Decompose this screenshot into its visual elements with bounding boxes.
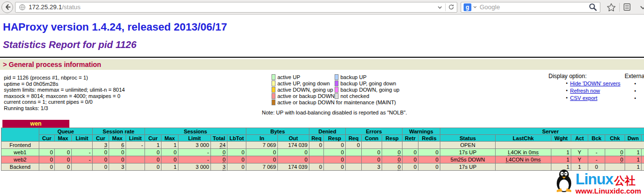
stat-cell: 0 (161, 149, 178, 156)
stat-cell (496, 142, 644, 149)
legend-label: active or backup DOWN for maintenance (M… (277, 99, 396, 105)
stat-cell (227, 142, 246, 149)
legend-item: backup UP (335, 74, 400, 80)
stat-cell: 0 (362, 156, 382, 163)
process-info-line: maxsock = 8014; maxconn = 4000; maxpipes… (4, 93, 125, 99)
column-header: Limit (126, 135, 145, 142)
legend-swatch (272, 87, 275, 93)
stat-cell (496, 163, 551, 171)
bookmark-star-icon[interactable] (607, 3, 616, 12)
stat-cell: 0 (109, 156, 126, 163)
page-title[interactable]: HAProxy version 1.4.24, released 2013/06… (3, 21, 227, 33)
urlbar-dropdown-chevron-icon[interactable] (437, 4, 443, 10)
stat-cell (126, 156, 145, 163)
column-header: LastChk (496, 135, 551, 142)
stat-cell: 0 (419, 163, 440, 171)
external-resources-list: • • • (634, 81, 636, 103)
stat-cell (382, 142, 402, 149)
stat-cell (642, 156, 644, 163)
urlbar-separator (445, 3, 446, 11)
stat-cell: 0 (382, 149, 402, 156)
stat-cell: 1 (625, 156, 642, 163)
display-option-link[interactable]: CSV export (570, 95, 597, 101)
stat-cell: 0 (309, 163, 324, 171)
legend-item: backup UP, going down (335, 80, 400, 86)
legend-swatch (335, 87, 338, 93)
stat-cell (346, 163, 362, 171)
stat-cell: 0 (246, 149, 278, 156)
divider (0, 57, 644, 58)
stat-cell: 0 (211, 149, 227, 156)
process-info-row: pid = 1126 (process #1, nbproc = 1)uptim… (0, 70, 644, 118)
stat-cell: 0 (93, 156, 109, 163)
display-option-item: •Refresh now (566, 87, 620, 94)
stat-cell: 0 (55, 149, 72, 156)
stat-cell: 0 (278, 156, 309, 163)
column-header: Conn (362, 135, 382, 142)
search-bar[interactable]: g (461, 2, 600, 13)
bullet: • (566, 81, 568, 86)
column-group-header: Sessions (145, 128, 246, 135)
stat-cell: 0 (324, 163, 346, 171)
stat-cell (309, 149, 324, 156)
stat-cell (126, 149, 145, 156)
search-icon[interactable] (589, 3, 597, 11)
menu-chevron-icon[interactable] (639, 3, 644, 11)
stat-cell: 0 (93, 163, 109, 171)
stat-cell: 6 (109, 142, 126, 149)
reload-icon[interactable] (448, 4, 454, 10)
column-header: Cur (39, 135, 55, 142)
proxy-name-tab: wen (2, 120, 69, 128)
table-row: web100-0000-00000000017s UPL4OK in 0ms1Y… (1, 149, 644, 156)
url-host-text: 172.25.29.1 (29, 3, 62, 11)
stat-cell: 0 (309, 142, 324, 149)
column-header: Total (211, 135, 227, 142)
column-header: LbTot (227, 135, 246, 142)
legend-item: backup DOWN, going up (335, 86, 400, 93)
column-header: Redis (419, 135, 440, 142)
search-engine-icon[interactable]: g (464, 3, 471, 11)
stat-cell: 0 (605, 156, 625, 163)
stat-cell (642, 163, 644, 171)
search-engine-chevron-icon[interactable] (473, 5, 477, 9)
url-input[interactable]: 172.25.29.1/status (15, 2, 457, 13)
watermark: Linux 公社 www.Linuxidc.com (553, 168, 641, 195)
column-header: Chk (605, 135, 625, 142)
stat-cell: 0 (382, 163, 402, 171)
column-header: Resp (382, 135, 402, 142)
column-header: Resp (324, 135, 346, 142)
search-input[interactable] (477, 3, 589, 11)
bookmarks-menu-icon[interactable] (623, 3, 631, 11)
stat-cell: 0 (39, 163, 55, 171)
legend-label: active UP (277, 74, 300, 80)
stat-cell: Y (571, 149, 588, 156)
row-name-cell: Backend (1, 163, 39, 171)
stat-cell: 0 (324, 149, 346, 156)
legend-label: backup UP, going down (340, 81, 396, 86)
column-group-header: Queue (39, 128, 93, 135)
external-resource-bullet: • (634, 88, 636, 96)
stat-cell: 0 (278, 149, 309, 156)
back-button[interactable] (1, 1, 13, 13)
stat-cell: - (588, 149, 605, 156)
stat-cell: - (126, 142, 145, 149)
watermark-brand: Linux (576, 172, 613, 187)
legend-swatch (272, 74, 275, 80)
column-header: Max (55, 135, 72, 142)
stat-cell: 0 (227, 149, 246, 156)
stat-cell (362, 142, 382, 149)
stat-cell: 17s UP (440, 149, 496, 156)
column-group-header: Denied (309, 128, 346, 135)
column-header: Status (440, 135, 496, 142)
stat-cell: 7 069 (246, 142, 278, 149)
display-option-link[interactable]: Hide 'DOWN' servers (570, 81, 621, 86)
url-path-text: /status (62, 3, 80, 11)
stat-cell (72, 163, 93, 171)
display-option-link[interactable]: Refresh now (570, 88, 600, 94)
stat-cell (419, 142, 440, 149)
process-info-line: uptime = 0d 0h05m28s (4, 81, 125, 87)
stat-cell (642, 149, 644, 156)
stat-cell: 0 (324, 142, 346, 149)
row-name-cell: Frontend (1, 142, 39, 149)
column-header: In (246, 135, 278, 142)
